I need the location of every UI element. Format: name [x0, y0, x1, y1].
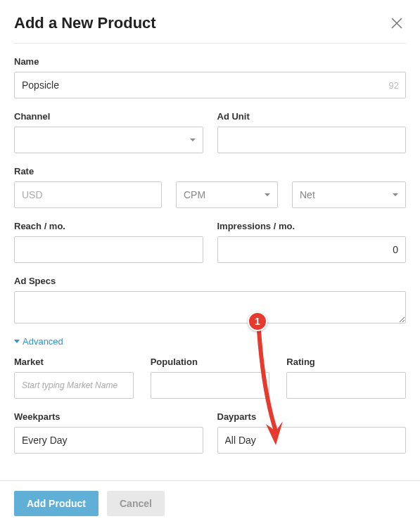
chevron-down-icon — [190, 139, 196, 141]
ad-unit-input[interactable] — [217, 127, 407, 153]
name-char-counter: 92 — [389, 80, 399, 91]
population-label: Population — [151, 357, 270, 367]
impressions-label: Impressions / mo. — [217, 221, 407, 231]
market-label: Market — [14, 357, 134, 367]
dayparts-label: Dayparts — [217, 411, 407, 422]
rating-input[interactable] — [286, 372, 406, 399]
triangle-down-icon — [14, 340, 20, 343]
rate-type-select[interactable]: Net — [292, 181, 406, 208]
dayparts-input[interactable] — [217, 427, 407, 454]
channel-label: Channel — [14, 111, 203, 122]
reach-input[interactable] — [14, 236, 203, 263]
population-input[interactable] — [151, 372, 270, 399]
impressions-input[interactable] — [217, 236, 407, 263]
chevron-down-icon — [393, 193, 398, 196]
channel-select[interactable] — [14, 127, 203, 153]
rate-type-value: Net — [300, 189, 315, 200]
modal-header: Add a New Product — [14, 14, 406, 44]
market-input[interactable] — [14, 372, 134, 399]
ad-specs-label: Ad Specs — [14, 276, 406, 286]
advanced-toggle[interactable]: Advanced — [14, 336, 406, 347]
reach-label: Reach / mo. — [14, 221, 203, 231]
close-button[interactable] — [388, 14, 406, 32]
rate-model-value: CPM — [184, 189, 205, 200]
rate-model-select[interactable]: CPM — [176, 181, 278, 208]
modal-title: Add a New Product — [14, 14, 156, 32]
modal-footer: Add Product Cancel — [0, 480, 420, 526]
weekparts-label: Weekparts — [14, 411, 203, 422]
rate-label: Rate — [14, 166, 406, 177]
rating-label: Rating — [286, 357, 406, 367]
close-icon — [390, 17, 403, 30]
advanced-label: Advanced — [23, 336, 63, 347]
annotation-badge: 1 — [248, 312, 267, 331]
rate-currency-input[interactable] — [14, 181, 162, 208]
cancel-button[interactable]: Cancel — [107, 491, 165, 516]
weekparts-input[interactable] — [14, 427, 203, 454]
add-product-button[interactable]: Add Product — [14, 491, 98, 516]
ad-unit-label: Ad Unit — [217, 111, 407, 122]
ad-specs-textarea[interactable] — [14, 291, 406, 323]
name-label: Name — [14, 56, 406, 67]
chevron-down-icon — [265, 193, 270, 196]
name-input[interactable] — [14, 72, 406, 98]
